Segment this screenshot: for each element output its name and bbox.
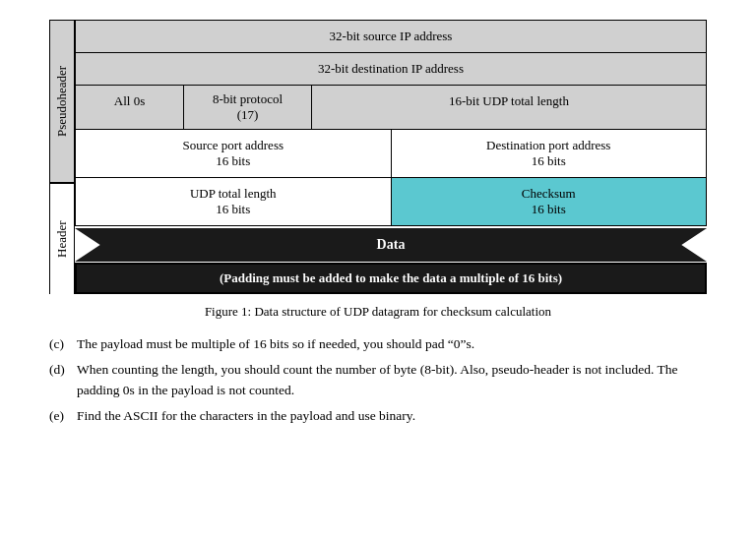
note-d-label: (d) [49,359,77,401]
cell-allzeros: All 0s [76,86,184,129]
cell-dest-ip: 32-bit destination IP address [76,53,706,85]
cell-protocol: 8-bit protocol (17) [184,86,312,129]
notes-section: (c) The payload must be multiple of 16 b… [39,333,717,426]
note-d: (d) When counting the length, you should… [49,359,707,401]
row-dest-ip: 32-bit destination IP address [75,52,707,85]
header-label: Header [49,183,75,294]
row-protocol: All 0s 8-bit protocol (17) 16-bit UDP to… [75,85,707,129]
side-labels: Pseudoheader Header [49,20,75,294]
note-e-text: Find the ASCII for the characters in the… [77,405,415,427]
cell-checksum: Checksum 16 bits [392,178,707,225]
data-arrow-row: Data [75,228,707,262]
cell-source-ip: 32-bit source IP address [76,21,706,52]
figure-caption: Figure 1: Data structure of UDP datagram… [39,304,717,320]
main-container: Pseudoheader Header 32-bit source IP add… [39,20,717,426]
cell-udp-length: UDP total length 16 bits [76,178,392,225]
diagram-wrapper: Pseudoheader Header 32-bit source IP add… [49,20,707,294]
note-c-label: (c) [49,333,77,355]
cell-src-port: Source port address 16 bits [76,130,392,177]
cell-dst-port: Destination port address 16 bits [392,130,707,177]
note-e: (e) Find the ASCII for the characters in… [49,405,707,427]
row-source-ip: 32-bit source IP address [75,20,707,52]
row-checksum: UDP total length 16 bits Checksum 16 bit… [75,177,707,226]
row-ports: Source port address 16 bits Destination … [75,129,707,177]
data-arrow: Data [75,228,707,262]
diagram-rows: 32-bit source IP address 32-bit destinat… [75,20,707,294]
note-c-text: The payload must be multiple of 16 bits … [77,333,474,355]
note-c: (c) The payload must be multiple of 16 b… [49,333,707,355]
pseudoheader-label: Pseudoheader [49,20,75,183]
note-d-text: When counting the length, you should cou… [77,359,707,401]
note-e-label: (e) [49,405,77,427]
data-padding-note: (Padding must be added to make the data … [75,263,707,294]
cell-udp-total-len: 16-bit UDP total length [312,86,706,129]
